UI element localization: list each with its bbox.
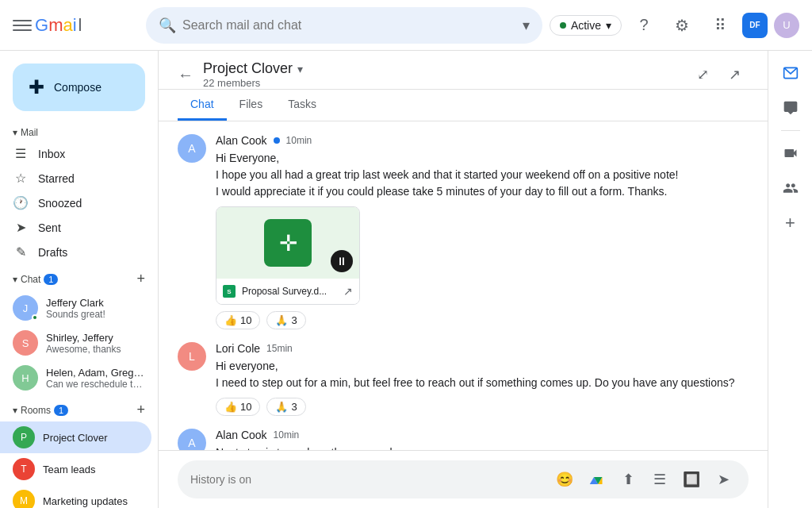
mail-section-header[interactable]: ▾ Mail [0,124,158,141]
nav-sent-label: Sent [38,221,139,234]
hamburger-menu[interactable] [13,16,32,35]
msg-header-1: Alan Cook 10min [216,134,749,147]
search-icon: 🔍 [159,17,176,34]
msg-body-3: Alan Cook 10min Next step is to work on … [216,429,749,450]
msg-body-2: Lori Cole 15min Hi everyone, I need to s… [216,342,749,416]
reaction-thumbsup-2[interactable]: 👍 10 [216,398,260,416]
chat-item-shirley[interactable]: S Shirley, Jeffery Awesome, thanks [0,325,158,360]
room-item-marketing[interactable]: M Marketing updates [0,485,158,508]
attachment-preview: ✛ ⏸ [216,207,359,279]
right-chat-icon[interactable] [775,92,806,124]
drive-button[interactable] [584,467,609,492]
apps-button[interactable]: ⠿ [704,10,736,41]
attachment-open-icon[interactable]: ↗ [343,285,353,298]
active-status[interactable]: Active ▾ [550,15,622,36]
sidebar: ✚ Compose ▾ Mail ☰ Inbox ☆ Starred 🕐 Sno… [0,51,159,508]
nav-drafts-label: Drafts [38,246,139,259]
active-dot [560,22,566,29]
nav-item-inbox[interactable]: ☰ Inbox [0,141,151,166]
logo-area: Gmai l [13,15,140,36]
calendar-button[interactable]: 🔲 [679,467,704,492]
chat-add-icon[interactable]: + [136,271,145,287]
room-name: Marketing updates [43,495,128,507]
send-button[interactable]: ➤ [710,467,736,492]
reaction-pray-2[interactable]: 🙏 3 [266,398,305,416]
chat-item-info-shirley: Shirley, Jeffery Awesome, thanks [46,332,145,355]
reaction-thumbsup-1[interactable]: 👍 10 [216,311,260,329]
settings-button[interactable]: ⚙ [666,10,698,41]
room-name: Team leads [43,464,95,475]
msg-text-1: Hi Everyone, I hope you all had a great … [216,150,749,200]
compose-button[interactable]: ✚ Compose [13,64,145,111]
rooms-add-icon[interactable]: + [136,402,145,418]
open-external-icon[interactable]: ↗ [720,60,749,89]
nav-item-sent[interactable]: ➤ Sent [0,215,151,240]
chat-item-preview: Can we reschedule the meeti... [46,379,145,390]
tab-chat[interactable]: Chat [178,90,227,121]
chat-section-header[interactable]: ▾ Chat 1 + [0,267,158,291]
search-dropdown-icon[interactable]: ▾ [523,17,530,34]
attachment-overlay-icon: ⏸ [331,250,353,272]
gmail-logo: Gmai l [35,15,82,36]
chat-title-dropdown-icon[interactable]: ▾ [297,63,303,75]
format-button[interactable]: ☰ [647,467,672,492]
chat-item-info-helen: Helen, Adam, Gregory Can we reschedule t… [46,367,145,390]
right-video-icon[interactable] [775,137,806,169]
room-icon-marketing: M [13,490,35,508]
active-dropdown-icon: ▾ [606,19,611,32]
emoji-button[interactable]: 😊 [552,467,577,492]
compose-plus-icon: ✚ [29,76,44,98]
main-layout: ✚ Compose ▾ Mail ☰ Inbox ☆ Starred 🕐 Sno… [0,51,812,508]
right-add-icon[interactable]: + [775,207,806,239]
chat-item-jeffery[interactable]: J Jeffery Clark Sounds great! [0,291,158,325]
msg-time-1: 10min [286,135,312,146]
nav-item-snoozed[interactable]: 🕐 Snoozed [0,190,151,215]
room-icon-project-clover: P [13,426,35,448]
message-2: L Lori Cole 15min Hi everyone, I need to… [178,342,749,416]
tab-files[interactable]: Files [227,90,276,121]
message-input[interactable] [190,473,546,486]
sent-icon: ➤ [13,220,29,235]
gmail-text: l [79,15,82,36]
right-mail-icon[interactable] [775,57,806,89]
upload-button[interactable]: ⬆ [615,467,641,492]
room-item-team-leads[interactable]: T Team leads [0,453,158,485]
chat-avatar-shirley: S [13,330,38,356]
reaction-pray-1[interactable]: 🙏 3 [266,311,305,329]
nav-item-starred[interactable]: ☆ Starred [0,166,151,190]
user-avatar[interactable]: U [774,13,799,38]
room-item-project-clover[interactable]: P Project Clover [0,421,151,453]
msg-text-2: Hi everyone, I need to step out for a mi… [216,358,749,391]
chat-avatar-jeffery: J [13,295,38,321]
expand-icon[interactable]: ⤢ [688,60,717,89]
search-bar[interactable]: 🔍 ▾ [146,7,542,44]
nav-starred-label: Starred [38,172,139,185]
mail-section-title: ▾ Mail [13,127,38,138]
chat-badge: 1 [44,274,58,285]
help-button[interactable]: ? [628,10,660,41]
chat-title: Project Clover ▾ [203,60,688,77]
drafts-icon: ✎ [13,244,29,260]
back-button[interactable]: ← [178,66,193,84]
tab-tasks[interactable]: Tasks [275,90,329,121]
nav-snoozed-label: Snoozed [38,197,139,210]
rooms-section-header[interactable]: ▾ Rooms 1 + [0,398,158,421]
reactions-2: 👍 10 🙏 3 [216,398,749,416]
msg-header-2: Lori Cole 15min [216,342,749,355]
chat-item-helen[interactable]: H Helen, Adam, Gregory Can we reschedule… [0,360,158,395]
mail-section: ▾ Mail ☰ Inbox ☆ Starred 🕐 Snoozed ➤ Sen… [0,124,158,264]
active-label: Active [571,19,601,32]
attachment-name: Proposal Survey.d... [242,286,337,297]
room-icon-team-leads: T [13,458,35,480]
msg-body-1: Alan Cook 10min Hi Everyone, I hope you … [216,134,749,329]
chat-header: ← Project Clover ▾ 22 members ⤢ ↗ [159,51,768,90]
inbox-icon: ☰ [13,146,29,161]
right-sidebar: + [768,51,812,508]
online-indicator [32,314,38,321]
starred-icon: ☆ [13,171,29,186]
search-input[interactable] [182,18,516,33]
right-contacts-icon[interactable] [775,172,806,204]
nav-item-drafts[interactable]: ✎ Drafts [0,240,151,264]
chat-tabs: Chat Files Tasks [159,90,768,121]
reactions-1: 👍 10 🙏 3 [216,311,749,329]
